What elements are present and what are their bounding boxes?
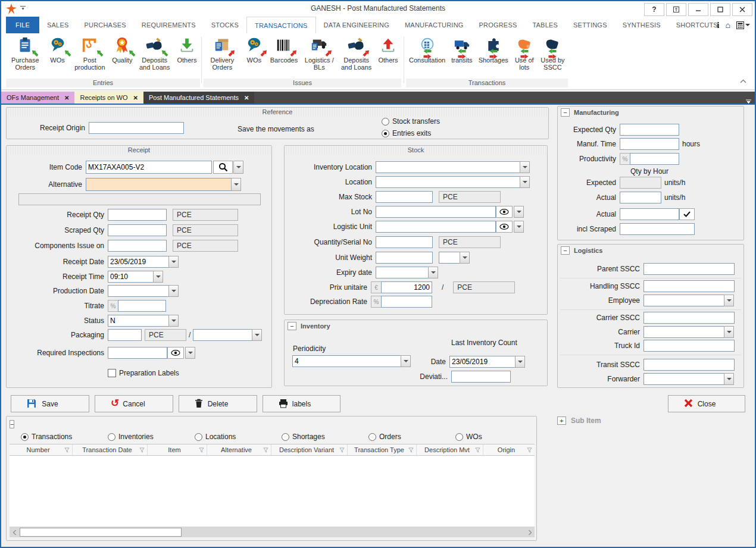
deviation-input[interactable] xyxy=(451,371,511,383)
inventory-date-input[interactable] xyxy=(449,356,516,368)
receipt-qty-input[interactable] xyxy=(108,209,167,221)
doc-tab-ofs-management[interactable]: OFs Management ✕ xyxy=(1,92,74,104)
ribbon-item-post-production[interactable]: Post production xyxy=(71,36,110,71)
packaging-input[interactable] xyxy=(108,329,142,341)
carrier-dropdown[interactable] xyxy=(724,326,734,338)
horizontal-scrollbar[interactable] xyxy=(10,527,535,537)
quantity-serial-input[interactable] xyxy=(376,236,433,248)
inventory-location-input[interactable] xyxy=(376,161,520,173)
scroll-left-button[interactable] xyxy=(10,527,19,537)
doc-tab-post-manufactured-statements[interactable]: Post Manufactured Statements ✕ xyxy=(143,92,254,104)
grid-radio-transactions[interactable] xyxy=(21,433,29,441)
employee-input[interactable] xyxy=(643,295,724,306)
ribbon-item-others-issue[interactable]: Others xyxy=(375,36,401,64)
ribbon-item-purchase-orders-entry[interactable]: Purchase Orders xyxy=(6,36,45,71)
ribbon-item-deposits-loans-entry[interactable]: Deposits and Loans xyxy=(135,36,174,71)
column-header-description-variant[interactable]: Description Variant xyxy=(271,444,348,455)
grid-radio-orders[interactable] xyxy=(368,433,376,441)
cancel-button[interactable]: ↺ Cancel xyxy=(95,395,173,412)
logistic-unit-eye-button[interactable] xyxy=(496,221,513,233)
column-header-description-mvt[interactable]: Description Mvt xyxy=(417,444,483,455)
status-dropdown[interactable] xyxy=(168,315,179,327)
ribbon-item-barcodes[interactable]: Barcodes xyxy=(267,36,301,64)
tab-transactions[interactable]: TRANSACTIONS xyxy=(246,17,316,33)
entries-exits-radio[interactable] xyxy=(382,130,389,137)
help-button[interactable]: ? xyxy=(644,3,664,16)
close-tab-icon[interactable]: ✕ xyxy=(64,95,69,101)
tab-synthesis[interactable]: SYNTHESIS xyxy=(615,17,668,33)
column-header-number[interactable]: Number xyxy=(10,444,73,455)
info-icon[interactable]: i xyxy=(717,20,719,30)
tab-settings[interactable]: SETTINGS xyxy=(566,17,615,33)
ribbon-item-wos-entry[interactable]: WOs xyxy=(45,36,71,64)
calculator-icon[interactable] xyxy=(736,21,750,29)
manuf-time-input[interactable] xyxy=(620,138,679,150)
item-code-input[interactable] xyxy=(86,161,212,174)
ribbon-item-logistics-bls[interactable]: Logistics / BLs xyxy=(301,36,338,71)
grid-body[interactable] xyxy=(10,456,535,527)
ribbon-item-delivery-orders[interactable]: Delivery Orders xyxy=(204,36,241,71)
close-button[interactable]: Close xyxy=(668,395,745,412)
close-window-button[interactable] xyxy=(732,3,752,16)
carrier-sscc-input[interactable] xyxy=(643,312,735,324)
expiry-date-input[interactable] xyxy=(376,267,429,278)
sub-item-expander[interactable]: + Sub Item xyxy=(557,417,601,425)
lot-no-dropdown[interactable] xyxy=(514,206,524,218)
tab-progress[interactable]: PROGRESS xyxy=(471,17,525,33)
labels-button[interactable]: labels xyxy=(263,395,340,412)
collapse-ribbon-chevron[interactable] xyxy=(740,75,746,86)
unit-weight-input[interactable] xyxy=(376,252,433,264)
required-inspections-input[interactable] xyxy=(108,347,167,359)
tab-sales[interactable]: SALES xyxy=(39,17,76,33)
components-issue-input[interactable] xyxy=(108,240,167,252)
logistic-unit-input[interactable] xyxy=(376,221,496,233)
employee-dropdown[interactable] xyxy=(724,295,734,306)
location-input[interactable] xyxy=(376,176,520,188)
inventory-location-dropdown[interactable] xyxy=(520,161,530,173)
minimize-button[interactable] xyxy=(688,3,708,16)
lot-no-input[interactable] xyxy=(376,206,496,218)
save-button[interactable]: Save xyxy=(11,395,89,412)
grid-radio-inventories[interactable] xyxy=(108,433,115,441)
ribbon-item-use-of-lots[interactable]: Use of lots xyxy=(511,36,538,71)
column-header-transaction-type[interactable]: Transaction Type xyxy=(348,444,417,455)
receipt-origin-input[interactable] xyxy=(89,122,184,134)
doc-tab-receipts-on-wo[interactable]: Receipts on WO ✕ xyxy=(74,92,143,104)
column-header-item[interactable]: Item xyxy=(148,444,207,455)
collapse-logistics-button[interactable]: − xyxy=(561,246,570,255)
forwarder-input[interactable] xyxy=(643,373,724,385)
max-stock-input[interactable] xyxy=(376,191,433,203)
expected-qty-input[interactable] xyxy=(620,124,679,136)
transit-sscc-input[interactable] xyxy=(643,359,735,371)
delete-button[interactable]: Delete xyxy=(179,395,257,412)
ribbon-item-used-by-sscc[interactable]: Used by SSCC xyxy=(538,36,568,71)
status-input[interactable] xyxy=(108,315,169,327)
ribbon-item-quality-entry[interactable]: Quality xyxy=(109,36,135,64)
receipt-date-dropdown[interactable] xyxy=(168,256,179,268)
required-inspections-eye-button[interactable] xyxy=(167,347,184,359)
location-dropdown[interactable] xyxy=(520,176,530,188)
ribbon-item-others-entry[interactable]: Others xyxy=(174,36,200,64)
preparation-labels-checkbox[interactable] xyxy=(108,369,116,377)
maximize-button[interactable] xyxy=(710,3,730,16)
actual-qty-input[interactable] xyxy=(620,208,679,220)
depreciation-rate-input[interactable] xyxy=(381,296,432,308)
receipt-time-dropdown[interactable] xyxy=(153,271,163,283)
item-code-search-button[interactable] xyxy=(213,161,233,174)
tab-file[interactable]: FILE xyxy=(6,17,39,33)
tab-purchases[interactable]: PURCHASES xyxy=(77,17,134,33)
collapse-grid-button[interactable]: − xyxy=(10,418,14,429)
pin-ribbon-button[interactable] xyxy=(666,3,686,16)
column-header-origin[interactable]: Origin xyxy=(483,444,535,455)
prix-unitaire-input[interactable] xyxy=(381,281,432,293)
close-tab-icon[interactable]: ✕ xyxy=(133,95,138,101)
stock-transfers-radio[interactable] xyxy=(382,118,389,126)
grid-radio-wos[interactable] xyxy=(455,433,463,441)
handling-sscc-input[interactable] xyxy=(643,280,735,292)
ribbon-item-shortages[interactable]: Shortages xyxy=(476,36,511,64)
ribbon-item-transits[interactable]: transits xyxy=(448,36,475,64)
production-date-dropdown[interactable] xyxy=(168,285,179,297)
actual-rate-input[interactable] xyxy=(620,192,661,203)
receipt-date-input[interactable] xyxy=(108,256,169,268)
titrate-input[interactable] xyxy=(118,300,166,312)
